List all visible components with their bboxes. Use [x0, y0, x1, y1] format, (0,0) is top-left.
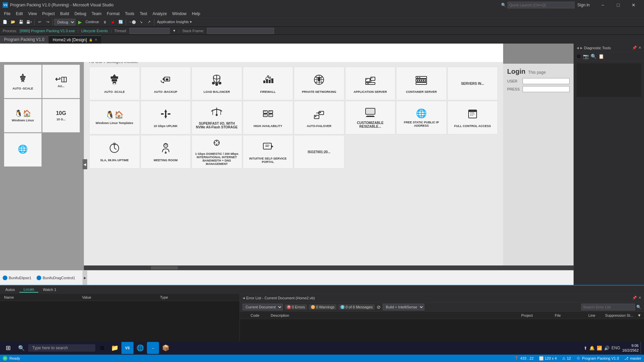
- diag-icon-settings[interactable]: ⚙: [577, 54, 581, 59]
- toolbar-continue[interactable]: Continue: [84, 18, 100, 26]
- selfservice-icon: [262, 140, 274, 155]
- toolbar-step-out[interactable]: ↗: [145, 18, 153, 26]
- tray-notification[interactable]: 🔔: [589, 346, 595, 351]
- stackframe-input[interactable]: [207, 28, 274, 34]
- menu-format[interactable]: Format: [104, 11, 122, 17]
- designer-scroll-left[interactable]: ◀: [83, 159, 87, 169]
- menu-team[interactable]: Team: [89, 11, 104, 17]
- menu-analyze[interactable]: Analyze: [150, 11, 170, 17]
- toolbar-new[interactable]: 📄: [1, 18, 9, 26]
- toolbar-open[interactable]: 📂: [9, 18, 17, 26]
- search-error-input[interactable]: [581, 304, 635, 310]
- scope-dropdown[interactable]: Current Document: [243, 304, 283, 310]
- error-collapse-btn[interactable]: ◀: [243, 296, 245, 300]
- svg-rect-72: [366, 109, 374, 114]
- collapse-handle[interactable]: ▶: [83, 270, 87, 285]
- thread-input[interactable]: [129, 28, 170, 34]
- tab-watch1[interactable]: Watch 1: [39, 287, 60, 292]
- task-icon-other[interactable]: 📦: [160, 342, 172, 354]
- status-bar: ✓ Ready 📍 433 , 22 ⬜ 120 x 4 ⚠ 12 🔷 Prog…: [0, 355, 644, 362]
- diag-pin[interactable]: 📌: [632, 46, 637, 50]
- diag-icon-clipboard[interactable]: 📋: [598, 54, 604, 59]
- lifecycle-link[interactable]: Lifecycle Events: [81, 29, 108, 33]
- error-close[interactable]: ✕: [638, 296, 641, 300]
- cell-customizable: CUSTOMIZABLE RESIZABLE...: [345, 101, 396, 134]
- tray-lang[interactable]: ENG: [611, 346, 620, 350]
- diag-icon-camera[interactable]: 📷: [583, 54, 589, 59]
- bunifudrag-comp[interactable]: BunifuDragControl1: [37, 276, 75, 280]
- menu-tools[interactable]: Tools: [122, 11, 137, 17]
- toolbar-redo[interactable]: ↪: [44, 18, 51, 26]
- diag-icon-search[interactable]: 🔍: [591, 54, 596, 59]
- svg-rect-62: [271, 111, 271, 112]
- tray-wifi[interactable]: 📶: [597, 346, 602, 351]
- sign-in-label[interactable]: Sign in: [577, 3, 590, 7]
- status-branch[interactable]: ⎇ master: [624, 356, 641, 361]
- toolbar-save-all[interactable]: 💾+: [25, 18, 33, 26]
- taskbar-search[interactable]: Type here to search: [28, 344, 95, 352]
- menu-file[interactable]: File: [1, 11, 13, 17]
- search-area[interactable]: 🔍: [501, 2, 575, 8]
- toolbar-step-over[interactable]: →⬤: [127, 18, 137, 26]
- tray-volume[interactable]: 🔊: [604, 346, 609, 351]
- task-icon-chrome[interactable]: 🌐: [134, 342, 146, 354]
- filter-icon[interactable]: ▼: [637, 313, 641, 318]
- menu-edit[interactable]: Edit: [13, 11, 25, 17]
- login-user-input[interactable]: [523, 78, 570, 84]
- login-press-input[interactable]: [523, 86, 570, 92]
- tab-locals[interactable]: Locals: [19, 287, 38, 293]
- title-bar: VS Program Packing V1.0 (Running) - Micr…: [0, 0, 644, 10]
- warnings-badge[interactable]: ! 0 Warnings: [309, 304, 336, 310]
- tab-program-packing[interactable]: Program Packing V1.0: [0, 36, 49, 44]
- app-insights-btn[interactable]: Application Insights ▾: [156, 20, 193, 24]
- task-icon-multidesktop[interactable]: ⧉: [96, 342, 108, 354]
- menu-test[interactable]: Test: [137, 11, 150, 17]
- task-icon-vscode[interactable]: ↔: [147, 342, 159, 354]
- menu-help[interactable]: Help: [189, 11, 203, 17]
- toolbar-start[interactable]: ▶: [76, 18, 84, 26]
- cell-containerserver: CONTAINER SERVER: [396, 67, 447, 100]
- menu-build[interactable]: Build: [57, 11, 72, 17]
- messages-badge[interactable]: i 0 of 6 Messages: [338, 304, 375, 310]
- thread-dropdown-arrow[interactable]: ▼: [172, 29, 176, 33]
- menu-debug[interactable]: Debug: [72, 11, 89, 17]
- error-pin[interactable]: 📌: [632, 296, 637, 300]
- task-icon-vs[interactable]: VS: [121, 342, 133, 354]
- debug-mode-dropdown[interactable]: Debug: [54, 19, 75, 25]
- toolbar-stop[interactable]: ⏹: [109, 18, 116, 26]
- search-button[interactable]: 🔍: [15, 342, 28, 354]
- menu-project[interactable]: Project: [40, 11, 57, 17]
- diag-close[interactable]: ✕: [638, 46, 641, 50]
- toolbar-step-in[interactable]: ↘: [137, 18, 145, 26]
- bunifueclipse-comp[interactable]: BunifuElipse1: [3, 276, 31, 280]
- tray-show-desktop[interactable]: [641, 342, 643, 354]
- diag-collapse-left[interactable]: ◀: [577, 46, 579, 50]
- status-errors[interactable]: ⚠ 12: [562, 356, 571, 361]
- start-button[interactable]: ⊞: [1, 341, 15, 355]
- diag-collapse-right[interactable]: ▶: [580, 46, 583, 50]
- designer-hscrollbar[interactable]: [84, 265, 574, 270]
- minimize-button[interactable]: −: [595, 0, 610, 10]
- build-dropdown[interactable]: Build + IntelliSense: [383, 304, 424, 310]
- toolbar-undo[interactable]: ↩: [36, 18, 43, 26]
- restore-button[interactable]: □: [610, 0, 626, 10]
- clear-filter-icon[interactable]: ⊘: [377, 304, 381, 310]
- menu-view[interactable]: View: [25, 11, 40, 17]
- toolbar-save[interactable]: 💾: [17, 18, 25, 26]
- errors-badge[interactable]: ✕ 0 Errors: [285, 304, 307, 310]
- left-cell-wl-label: Windows Linux: [12, 119, 34, 122]
- task-icon-fileexplorer[interactable]: 📁: [109, 342, 121, 354]
- tab-autos[interactable]: Autos: [1, 287, 19, 292]
- menu-window[interactable]: Window: [169, 11, 189, 17]
- hscroll-thumb[interactable]: [151, 266, 178, 269]
- toolbar-pause[interactable]: ⏸: [101, 18, 108, 26]
- tray-icon-1[interactable]: ⬆: [584, 346, 587, 351]
- diagnostic-panel: ◀ ▶ Diagnostic Tools 📌 ✕ ⚙ 📷 🔍 📋: [574, 44, 644, 285]
- tab-close-btn[interactable]: ✕: [95, 38, 97, 42]
- process-link[interactable]: [9980] Program Packing V1.0.exe: [20, 29, 75, 33]
- quick-launch-input[interactable]: [507, 2, 575, 8]
- close-button[interactable]: ✕: [626, 0, 641, 10]
- toolbar-restart[interactable]: 🔄: [117, 18, 124, 26]
- tab-home2-design[interactable]: Home2.vb [Design] 🔒 ✕: [49, 36, 102, 44]
- search-error-icon[interactable]: 🔍: [636, 305, 641, 309]
